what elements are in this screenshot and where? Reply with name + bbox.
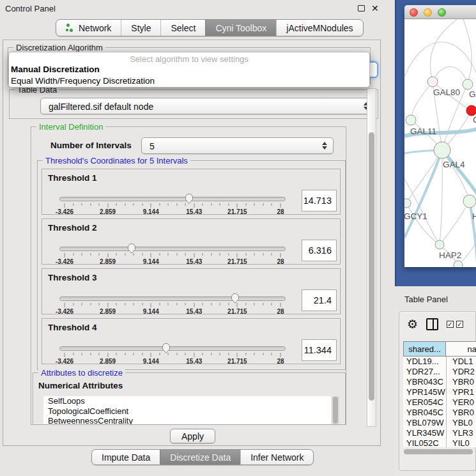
tick-label: -3.426 [56, 208, 73, 215]
float-window-icon[interactable] [358, 5, 365, 12]
attribute-list-item[interactable]: TopologicalCoefficient [43, 406, 331, 417]
tab-style[interactable]: Style [121, 20, 160, 36]
table-panel-title: Table Panel [404, 295, 448, 304]
checkbox-icon[interactable]: ✓ [447, 321, 454, 328]
table-data-group: Table Data galFiltered.sif default node [9, 89, 378, 119]
attributes-group-label: Attributes to discretize [38, 368, 125, 378]
tick-label: 15.43 [186, 208, 202, 215]
node-label: C [473, 115, 476, 125]
num-intervals-value: 5 [150, 141, 155, 151]
threshold-3-slider[interactable] [59, 296, 286, 301]
control-panel: Control Panel ✕ Network Style Select Cyn… [0, 0, 395, 476]
tick-label: 2.859 [100, 258, 116, 265]
gear-icon[interactable]: ⚙ [407, 317, 418, 332]
table-data-combo-value: galFiltered.sif default node [49, 102, 153, 112]
split-view-icon[interactable] [426, 318, 438, 330]
tick-label: 15.43 [186, 258, 202, 265]
table-row[interactable]: YDR27...YDR2 [403, 367, 476, 377]
node-label: GA [469, 89, 476, 99]
tick-label: 2.859 [100, 208, 116, 215]
table-panel-titlebar: Table Panel [395, 286, 476, 311]
tab-network[interactable]: Network [56, 20, 121, 36]
threshold-3-label: Threshold 3 [48, 273, 97, 282]
column-header-shared[interactable]: shared... [403, 341, 446, 357]
network-node[interactable] [466, 105, 476, 116]
tab-discretize-data[interactable]: Discretize Data [160, 450, 240, 464]
table-toolbar: ⚙ ✓ ✓ [399, 316, 476, 336]
attribute-list-item[interactable]: SelfLoops [43, 396, 331, 406]
table-row[interactable]: YPR145WYPR1 [403, 387, 476, 397]
panel-title: Control Panel [5, 4, 56, 13]
mac-zoom-icon[interactable] [438, 8, 446, 17]
mac-close-icon[interactable] [410, 8, 418, 17]
num-intervals-combo[interactable]: 5 [141, 137, 334, 154]
table-header-row: shared... na [403, 341, 476, 357]
table-horizontal-scrollbar[interactable] [403, 449, 475, 455]
threshold-2-slider[interactable] [59, 247, 286, 251]
network-canvas[interactable]: GAL80GAGAL11CGAL4GCY1HHAP2 [404, 19, 476, 267]
network-window[interactable]: GAL80GAGAL11CGAL4GCY1HHAP2 [404, 5, 476, 267]
threshold-4-value[interactable]: 11.344 [302, 339, 337, 361]
checkbox-icon[interactable]: ✓ [456, 321, 463, 328]
node-label: GAL80 [433, 88, 460, 97]
tab-impute-data[interactable]: Impute Data [92, 450, 160, 464]
tab-infer-network[interactable]: Infer Network [240, 450, 313, 464]
interval-definition-label: Interval Definition [36, 122, 105, 132]
table-row[interactable]: YBR043CYBR0 [403, 377, 476, 387]
tick-label: 15.43 [186, 358, 202, 365]
table-row[interactable]: YIL052CYIL0 [403, 438, 476, 447]
network-node[interactable] [427, 77, 438, 87]
column-header-name[interactable]: na [446, 341, 476, 357]
tick-label: 21.715 [227, 208, 247, 215]
numerical-attributes-list[interactable]: SelfLoopsTopologicalCoefficientBetweenne… [43, 396, 331, 424]
threshold-4-slider[interactable] [59, 346, 286, 351]
tick-label: 21.715 [227, 308, 247, 315]
close-icon[interactable]: ✕ [371, 3, 379, 13]
thresholds-group-label: Threshold's Coordinates for 5 Intervals [43, 156, 190, 165]
mac-minimize-icon[interactable] [424, 8, 432, 17]
attributes-list-scrollbar[interactable] [332, 396, 339, 424]
table-row[interactable]: YDL19...YDL1 [403, 357, 476, 367]
tick-label: 28 [277, 208, 284, 215]
panel-vertical-scrollbar[interactable] [367, 88, 376, 427]
threshold-3-value[interactable]: 21.4 [302, 289, 337, 311]
network-node[interactable] [463, 79, 473, 89]
tab-jactivemnodules[interactable]: jActiveMNodules [276, 20, 362, 36]
node-label: H [472, 211, 476, 221]
tick-label: 9.144 [143, 358, 159, 365]
table-row[interactable]: YER054CYER0 [403, 397, 476, 408]
thresholds-group: Threshold's Coordinates for 5 Intervals … [37, 160, 346, 370]
network-node[interactable] [463, 195, 476, 208]
control-panel-titlebar: Control Panel ✕ [0, 0, 395, 17]
tick-label: 28 [277, 358, 284, 365]
tick-label: 9.144 [143, 308, 159, 315]
node-label: GAL4 [443, 160, 465, 169]
table-data-combo[interactable]: galFiltered.sif default node [40, 98, 375, 114]
tick-label: 9.144 [143, 208, 159, 215]
desktop-background: GAL80GAGAL11CGAL4GCY1HHAP2 [395, 0, 476, 286]
table-row[interactable]: YLR345WYLR3 [403, 428, 476, 438]
threshold-1-panel: Threshold 1 -3.4262.8599.14415.4321.7152… [42, 169, 341, 215]
table-row[interactable]: YBR045CYBR0 [403, 408, 476, 418]
threshold-4-panel: Threshold 4 -3.4262.8599.14415.4321.7152… [42, 318, 341, 364]
apply-button[interactable]: Apply [170, 429, 215, 443]
node-table: shared... na YDL19...YDL1YDR27...YDR2YBR… [403, 341, 476, 447]
dropdown-option-manual[interactable]: Manual Discretization [11, 65, 100, 74]
network-node[interactable] [454, 261, 463, 267]
network-node[interactable] [435, 240, 444, 249]
tab-cyni-toolbox[interactable]: Cyni Toolbox [205, 20, 276, 36]
network-node[interactable] [406, 115, 416, 125]
table-row[interactable]: YBL079WYBL0 [403, 418, 476, 428]
threshold-1-slider[interactable] [59, 197, 286, 201]
attribute-list-item[interactable]: BetweennessCentrality [43, 416, 331, 424]
tick-label: 15.43 [186, 308, 202, 315]
screen: Control Panel ✕ Network Style Select Cyn… [0, 0, 476, 476]
threshold-1-value[interactable]: 14.713 [302, 190, 337, 211]
network-node[interactable] [404, 199, 411, 208]
tick-label: 28 [277, 258, 284, 265]
tick-label: -3.426 [56, 358, 73, 365]
threshold-2-value[interactable]: 6.316 [302, 240, 337, 261]
tab-select[interactable]: Select [160, 20, 205, 36]
dropdown-option-equal-width[interactable]: Equal Width/Frequency Discretization [11, 76, 155, 86]
network-node[interactable] [434, 142, 450, 158]
